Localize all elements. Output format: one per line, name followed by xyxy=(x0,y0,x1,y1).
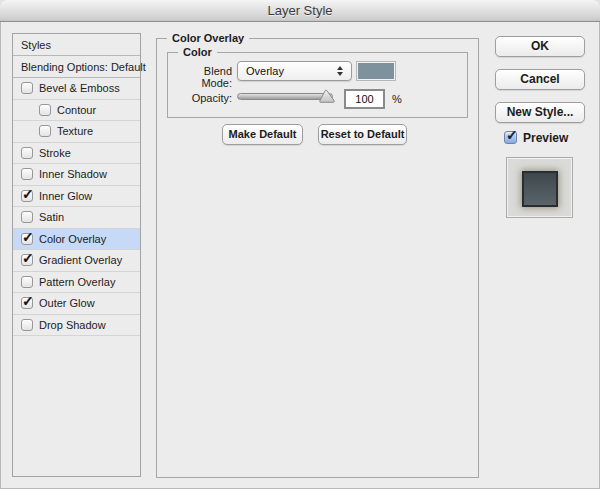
blend-mode-select[interactable]: Overlay xyxy=(237,61,352,81)
sidebar-item-inner-shadow[interactable]: Inner Shadow xyxy=(13,164,140,186)
style-checkbox[interactable] xyxy=(21,319,33,331)
style-label: Texture xyxy=(57,125,93,137)
blend-mode-label: Blend Mode: xyxy=(172,65,232,89)
style-label: Outer Glow xyxy=(39,297,95,309)
style-checkbox[interactable] xyxy=(21,211,33,223)
style-checkbox[interactable] xyxy=(21,276,33,288)
blend-mode-value: Overlay xyxy=(246,65,284,77)
cancel-button[interactable]: Cancel xyxy=(495,69,585,90)
style-checkbox[interactable] xyxy=(21,190,33,202)
sidebar-item-color-overlay[interactable]: Color Overlay xyxy=(13,229,140,251)
title-bar: Layer Style xyxy=(0,0,600,22)
style-checkbox[interactable] xyxy=(21,254,33,266)
sidebar-item-drop-shadow[interactable]: Drop Shadow xyxy=(13,315,140,337)
style-checkbox[interactable] xyxy=(21,297,33,309)
sidebar-item-bevel-emboss[interactable]: Bevel & Emboss xyxy=(13,78,140,100)
style-checkbox[interactable] xyxy=(21,82,33,94)
sidebar-item-outer-glow[interactable]: Outer Glow xyxy=(13,293,140,315)
style-label: Gradient Overlay xyxy=(39,254,122,266)
style-checkbox[interactable] xyxy=(21,168,33,180)
new-style-button[interactable]: New Style... xyxy=(495,102,585,123)
style-label: Inner Shadow xyxy=(39,168,107,180)
styles-sidebar: Styles Blending Options: Default Bevel &… xyxy=(12,33,141,477)
style-checkbox[interactable] xyxy=(39,125,51,137)
opacity-unit: % xyxy=(392,93,402,105)
blending-options-label: Blending Options: Default xyxy=(21,61,146,73)
style-label: Drop Shadow xyxy=(39,319,106,331)
sidebar-item-blending-options[interactable]: Blending Options: Default xyxy=(13,56,140,78)
style-checkbox[interactable] xyxy=(39,104,51,116)
color-group-title: Color xyxy=(178,46,217,59)
preview-label: Preview xyxy=(523,131,568,145)
opacity-label: Opacity: xyxy=(172,92,232,104)
sidebar-item-contour[interactable]: Contour xyxy=(13,100,140,122)
sidebar-item-stroke[interactable]: Stroke xyxy=(13,143,140,165)
sidebar-item-pattern-overlay[interactable]: Pattern Overlay xyxy=(13,272,140,294)
sidebar-item-texture[interactable]: Texture xyxy=(13,121,140,143)
style-label: Pattern Overlay xyxy=(39,276,115,288)
reset-to-default-button[interactable]: Reset to Default xyxy=(318,124,407,145)
style-label: Stroke xyxy=(39,147,71,159)
opacity-input[interactable] xyxy=(344,89,385,109)
style-checkbox[interactable] xyxy=(21,233,33,245)
sidebar-item-list: Bevel & Emboss Contour Texture Stroke In… xyxy=(13,78,140,336)
blend-color-swatch[interactable] xyxy=(356,61,396,81)
preview-checkbox[interactable] xyxy=(504,131,517,144)
style-label: Bevel & Emboss xyxy=(39,82,120,94)
style-label: Satin xyxy=(39,211,64,223)
style-label: Color Overlay xyxy=(39,233,106,245)
preview-thumbnail xyxy=(506,157,573,218)
preview-thumbnail-square xyxy=(522,171,558,207)
sidebar-header-styles[interactable]: Styles xyxy=(13,34,140,56)
opacity-slider-thumb[interactable] xyxy=(318,89,336,104)
make-default-button[interactable]: Make Default xyxy=(222,124,303,145)
sidebar-item-satin[interactable]: Satin xyxy=(13,207,140,229)
sidebar-item-inner-glow[interactable]: Inner Glow xyxy=(13,186,140,208)
sidebar-item-gradient-overlay[interactable]: Gradient Overlay xyxy=(13,250,140,272)
style-checkbox[interactable] xyxy=(21,147,33,159)
color-overlay-group-title: Color Overlay xyxy=(167,32,249,45)
styles-header-label: Styles xyxy=(21,39,51,51)
style-label: Inner Glow xyxy=(39,190,92,202)
style-label: Contour xyxy=(57,104,96,116)
stepper-arrows-icon xyxy=(336,64,345,78)
ok-button[interactable]: OK xyxy=(495,36,585,57)
window-title: Layer Style xyxy=(267,3,332,18)
layer-style-dialog: Layer Style Styles Blending Options: Def… xyxy=(0,0,600,489)
